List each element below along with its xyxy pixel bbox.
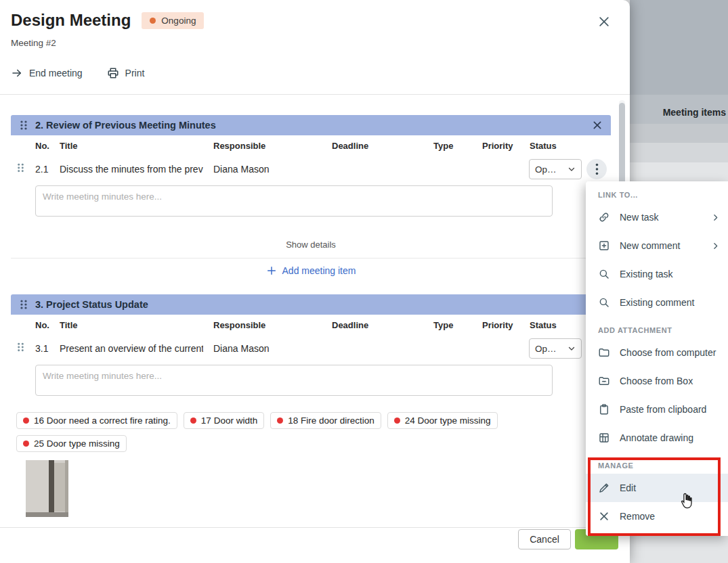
edit-icon — [598, 482, 610, 494]
menu-item-label: Annotate drawing — [620, 432, 693, 443]
section-3-header[interactable]: 3. Project Status Update — [11, 294, 611, 315]
kebab-menu-button[interactable] — [586, 159, 607, 179]
minutes-input[interactable] — [35, 365, 553, 396]
footer-divider — [0, 527, 630, 528]
plus-icon — [266, 265, 277, 276]
add-attachment-section-header: ADD ATTACHMENT — [586, 317, 728, 338]
col-deadline: Deadline — [332, 141, 368, 151]
attachment-thumbnail[interactable] — [26, 460, 68, 517]
status-value: Op… — [535, 344, 557, 354]
menu-item-existing-comment[interactable]: Existing comment — [586, 288, 728, 317]
section-2-header[interactable]: 2. Review of Previous Meeting Minutes — [11, 115, 611, 135]
chevron-down-icon — [568, 165, 576, 173]
meeting-dialog: Design Meeting Ongoing Meeting #2 End me… — [0, 0, 630, 563]
issue-chip-label: 16 Door need a correct fire rating. — [34, 415, 171, 426]
status-dropdown[interactable]: Op… — [529, 159, 582, 179]
show-details-link[interactable]: Show details — [11, 226, 611, 258]
table-header-row: No. Title Responsible Deadline Type Prio… — [11, 135, 611, 154]
menu-item-label: Choose from Box — [620, 376, 693, 386]
menu-item-choose-from-computer[interactable]: Choose from computer — [586, 338, 728, 367]
chevron-down-icon — [568, 344, 576, 353]
print-icon — [107, 67, 119, 79]
drag-handle-icon[interactable] — [19, 299, 28, 310]
issue-dot-icon — [277, 418, 283, 424]
menu-item-paste-from-clipboard[interactable]: Paste from clipboard — [586, 395, 728, 424]
menu-item-label: Existing task — [620, 269, 673, 279]
issue-chip-label: 17 Door width — [201, 415, 257, 426]
col-title: Title — [60, 141, 78, 151]
issue-chip[interactable]: 25 Door type missing — [16, 435, 127, 452]
col-title: Title — [60, 320, 78, 330]
menu-item-label: Paste from clipboard — [620, 404, 706, 415]
col-responsible: Responsible — [213, 141, 265, 151]
col-responsible: Responsible — [213, 320, 265, 330]
item-title: Discuss the minutes from the previo… — [60, 164, 203, 175]
kebab-icon — [595, 163, 599, 175]
remove-icon — [598, 510, 610, 522]
linked-issues: 16 Door need a correct fire rating. 17 D… — [11, 405, 532, 452]
issue-chip[interactable]: 16 Door need a correct fire rating. — [16, 412, 177, 429]
close-icon[interactable] — [597, 15, 611, 28]
menu-item-new-comment[interactable]: New comment — [586, 231, 728, 260]
table-header-row: No. Title Responsible Deadline Type Prio… — [11, 315, 611, 334]
minutes-input[interactable] — [35, 185, 553, 217]
item-number: 2.1 — [35, 164, 48, 175]
issue-chip-label: 18 Fire door direction — [288, 415, 374, 426]
item-number: 3.1 — [35, 343, 48, 354]
dialog-header: Design Meeting Ongoing Meeting #2 End me… — [0, 0, 630, 79]
thumbnail-wall — [65, 460, 68, 517]
menu-item-new-task[interactable]: New task — [586, 203, 728, 231]
issue-chip-label: 24 Door type missing — [405, 415, 491, 426]
issue-chip[interactable]: 17 Door width — [184, 412, 264, 429]
menu-item-annotate-drawing[interactable]: Annotate drawing — [586, 424, 728, 452]
clipboard-icon — [598, 403, 610, 415]
thumbnail-floor — [26, 512, 68, 517]
issue-dot-icon — [190, 418, 196, 424]
menu-item-edit[interactable]: Edit — [586, 474, 728, 502]
item-title: Present an overview of the current p… — [60, 343, 203, 354]
background-row-1 — [630, 124, 728, 143]
link-to-section-header: LINK TO... — [586, 181, 728, 203]
menu-item-label: Edit — [620, 482, 636, 493]
add-meeting-item-button[interactable]: Add meeting item — [11, 258, 611, 283]
background-row-2 — [630, 143, 728, 162]
print-button[interactable]: Print — [107, 67, 145, 79]
issue-dot-icon — [394, 418, 400, 424]
menu-item-label: New comment — [620, 240, 680, 251]
search-icon — [598, 268, 610, 280]
item-responsible: Diana Mason — [213, 164, 270, 175]
status-badge: Ongoing — [142, 12, 204, 29]
chevron-right-icon — [711, 242, 720, 250]
col-no: No. — [35, 320, 49, 330]
col-priority: Priority — [482, 320, 513, 330]
arrow-right-icon — [11, 67, 23, 79]
cancel-button[interactable]: Cancel — [518, 529, 571, 549]
section-close-icon[interactable] — [592, 120, 603, 131]
status-dropdown[interactable]: Op… — [529, 338, 582, 359]
section-2-title: 2. Review of Previous Meeting Minutes — [35, 120, 216, 131]
drag-handle-icon[interactable] — [16, 162, 25, 173]
issue-chip[interactable]: 18 Fire door direction — [270, 412, 381, 429]
menu-item-existing-task[interactable]: Existing task — [586, 260, 728, 288]
issue-dot-icon — [23, 441, 29, 447]
col-status: Status — [530, 141, 557, 151]
col-type: Type — [433, 320, 453, 330]
col-priority: Priority — [482, 141, 513, 151]
context-menu: LINK TO... New task New comment Existing… — [586, 181, 728, 536]
menu-item-remove[interactable]: Remove — [586, 502, 728, 531]
meeting-items-label: Meeting items — [663, 107, 726, 118]
drag-handle-icon[interactable] — [16, 342, 25, 353]
end-meeting-button[interactable]: End meeting — [11, 67, 83, 79]
add-meeting-item-label: Add meeting item — [282, 265, 356, 276]
minutes-area — [11, 184, 611, 226]
drag-handle-icon[interactable] — [19, 120, 28, 131]
menu-item-label: Choose from computer — [620, 347, 716, 358]
thumbnail-door — [54, 463, 65, 512]
minutes-area — [11, 363, 611, 405]
issue-chip[interactable]: 24 Door type missing — [387, 412, 498, 429]
menu-item-choose-from-box[interactable]: Choose from Box — [586, 367, 728, 395]
issue-dot-icon — [23, 418, 29, 424]
status-badge-label: Ongoing — [161, 16, 196, 26]
end-meeting-label: End meeting — [29, 68, 83, 78]
menu-item-label: New task — [620, 212, 659, 223]
